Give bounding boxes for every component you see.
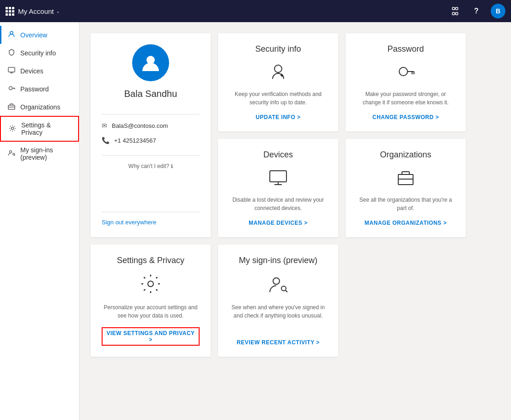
organizations-description: See all the organizations that you're a …	[357, 196, 455, 212]
email-icon: ✉	[102, 122, 107, 129]
svg-line-18	[14, 155, 15, 156]
view-settings-link[interactable]: VIEW SETTINGS AND PRIVACY >	[102, 327, 200, 346]
password-icon	[395, 61, 416, 84]
profile-phone-text: +1 4251234567	[114, 137, 156, 144]
svg-point-20	[274, 65, 282, 72]
org-icon[interactable]	[448, 4, 462, 18]
update-info-link[interactable]: UPDATE INFO >	[256, 114, 300, 120]
phone-icon: 📞	[102, 137, 110, 144]
sidebar-overview-label: Overview	[20, 31, 47, 39]
profile-name: Bala Sandhu	[124, 89, 177, 99]
monitor-icon	[7, 66, 16, 75]
why-label: Why can't I edit?	[128, 163, 169, 169]
my-signins-title: My sign-ins (preview)	[239, 256, 317, 265]
sidebar-item-organizations[interactable]: Organizations	[0, 98, 79, 116]
sign-out-everywhere-link[interactable]: Sign out everywhere	[102, 219, 157, 226]
profile-phone: 📞 +1 4251234567	[102, 133, 200, 148]
app-launcher-icon[interactable]	[6, 7, 14, 16]
password-title: Password	[387, 44, 424, 54]
layout: Overview Security info Devices	[0, 22, 511, 420]
main-content: Bala Sandhu ✉ BalaS@contoso.com 📞 +1 425…	[79, 22, 511, 420]
shield-icon	[7, 48, 16, 57]
security-info-title: Security info	[255, 44, 301, 54]
sidebar-item-password[interactable]: Password	[0, 80, 79, 98]
sidebar-item-settings-privacy[interactable]: Settings & Privacy	[0, 116, 79, 142]
svg-point-32	[273, 278, 280, 284]
svg-rect-2	[452, 12, 455, 15]
manage-organizations-link[interactable]: MANAGE ORGANIZATIONS >	[365, 220, 447, 226]
why-cant-edit[interactable]: Why can't I edit? ℹ	[128, 163, 173, 169]
cards-grid: Bala Sandhu ✉ BalaS@contoso.com 📞 +1 425…	[91, 33, 474, 357]
sidebar-item-signins[interactable]: My sign-ins (preview)	[0, 142, 79, 166]
app-title: My Account ⌄	[18, 7, 444, 15]
devices-description: Disable a lost device and review your co…	[229, 196, 327, 212]
profile-avatar	[132, 44, 169, 81]
sidebar-item-overview[interactable]: Overview	[0, 26, 79, 44]
security-info-description: Keep your verification methods and secur…	[229, 90, 327, 107]
profile-signout: Sign out everywhere	[102, 212, 200, 226]
organizations-title: Organizations	[380, 150, 431, 160]
user-avatar[interactable]: B	[491, 4, 505, 18]
password-card: Password Make your password stronger, or…	[346, 33, 466, 132]
profile-divider-mid	[102, 155, 200, 156]
person-key-icon	[7, 150, 16, 158]
topbar-right: ? B	[448, 4, 505, 18]
my-signins-card: My sign-ins (preview) See when and where…	[218, 245, 338, 357]
sidebar-signins-label: My sign-ins (preview)	[20, 146, 72, 161]
sidebar-settings-label: Settings & Privacy	[21, 121, 71, 136]
settings-privacy-title: Settings & Privacy	[117, 256, 184, 265]
sidebar-devices-label: Devices	[20, 67, 43, 75]
security-info-icon	[268, 61, 288, 84]
svg-line-34	[286, 290, 287, 292]
sidebar-organizations-label: Organizations	[20, 103, 60, 111]
app-title-caret[interactable]: ⌄	[56, 8, 60, 14]
sidebar-password-label: Password	[20, 85, 49, 93]
settings-privacy-description: Personalize your account settings and se…	[102, 303, 200, 320]
organizations-icon	[395, 167, 417, 190]
svg-rect-0	[452, 7, 455, 10]
svg-rect-1	[456, 7, 458, 10]
help-icon[interactable]: ?	[469, 4, 483, 18]
app-title-text: My Account	[18, 7, 54, 15]
devices-icon	[267, 167, 289, 190]
password-description: Make your password stronger, or change i…	[357, 90, 455, 107]
devices-card: Devices Disable a lost device and review…	[218, 139, 338, 237]
svg-point-33	[281, 286, 286, 291]
review-activity-link[interactable]: REVIEW RECENT ACTIVITY >	[237, 339, 320, 346]
svg-point-16	[13, 153, 15, 155]
profile-email-text: BalaS@contoso.com	[112, 122, 168, 129]
sidebar-item-devices[interactable]: Devices	[0, 62, 79, 80]
change-password-link[interactable]: CHANGE PASSWORD >	[372, 114, 439, 120]
svg-rect-26	[270, 171, 286, 182]
sidebar-item-security-info[interactable]: Security info	[0, 44, 79, 62]
settings-privacy-card: Settings & Privacy Personalize your acco…	[91, 245, 211, 357]
profile-info: ✉ BalaS@contoso.com 📞 +1 4251234567	[102, 118, 200, 148]
organizations-card: Organizations See all the organizations …	[346, 139, 466, 237]
svg-rect-3	[456, 12, 458, 15]
svg-point-31	[148, 281, 153, 287]
settings-privacy-icon	[140, 273, 162, 298]
topbar: My Account ⌄ ? B	[0, 0, 511, 22]
svg-point-22	[399, 67, 408, 76]
my-signins-description: See when and where you've signed in and …	[229, 303, 327, 332]
sidebar: Overview Security info Devices	[0, 22, 79, 420]
key-icon	[7, 84, 16, 93]
svg-rect-5	[8, 67, 15, 72]
briefcase-icon	[7, 102, 16, 111]
svg-point-8	[9, 87, 12, 90]
profile-divider-top	[102, 114, 200, 114]
manage-devices-link[interactable]: MANAGE DEVICES >	[249, 220, 308, 226]
gear-icon	[8, 125, 17, 133]
info-icon: ℹ	[171, 163, 173, 169]
sidebar-security-label: Security info	[20, 49, 56, 57]
profile-card: Bala Sandhu ✉ BalaS@contoso.com 📞 +1 425…	[91, 33, 211, 237]
person-icon	[7, 30, 16, 39]
devices-title: Devices	[263, 150, 293, 160]
security-info-card: Security info Keep your verification met…	[218, 33, 338, 132]
svg-point-14	[12, 127, 14, 129]
svg-point-15	[10, 150, 12, 153]
my-signins-icon	[267, 273, 289, 298]
svg-point-4	[10, 31, 13, 34]
profile-email: ✉ BalaS@contoso.com	[102, 118, 200, 133]
